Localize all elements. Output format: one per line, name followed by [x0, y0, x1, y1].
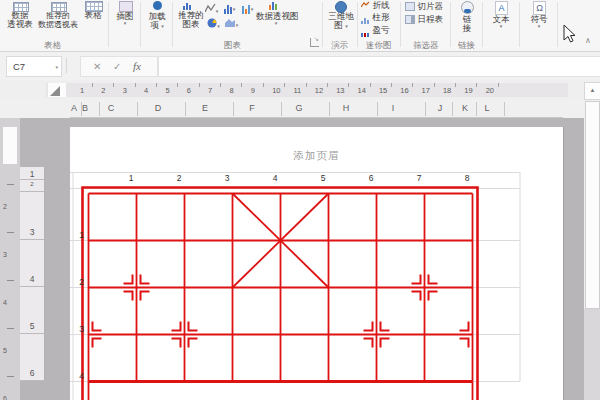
sparkline-line-button[interactable]: 折线 — [361, 0, 389, 12]
hruler-tick — [455, 83, 456, 87]
column-separator — [233, 102, 234, 116]
row-header-1[interactable]: 1 — [20, 169, 44, 179]
hruler-number: 3 — [123, 86, 127, 95]
slicer-icon — [405, 2, 415, 11]
collapse-ribbon-icon[interactable]: ∧ — [585, 36, 591, 45]
board-column-label: 8 — [465, 173, 470, 183]
column-chart-icon — [224, 3, 233, 13]
table-icon — [85, 1, 103, 12]
scrollbar-track[interactable] — [584, 309, 600, 400]
select-all-triangle-icon[interactable] — [50, 86, 60, 96]
column-header-J[interactable]: J — [438, 103, 443, 113]
column-header-C[interactable]: C — [108, 103, 115, 113]
symbols-button[interactable]: Ω 符号 ▾ — [526, 15, 552, 29]
board-column-label: 7 — [417, 173, 422, 183]
group-separator — [172, 2, 173, 47]
vruler-number: 6 — [3, 395, 7, 400]
addins-button[interactable]: 加载 项 ▾ — [144, 12, 170, 31]
row-header-6[interactable]: 6 — [20, 368, 44, 378]
vruler-tick — [7, 376, 14, 377]
vruler-margin-box — [3, 127, 17, 164]
hruler-tick — [476, 83, 477, 87]
insert-column-chart-button[interactable]: ▾ — [221, 4, 238, 14]
table-button[interactable]: 表格 — [80, 11, 106, 20]
group-label-sparklines: 迷你图 — [366, 40, 392, 52]
slicer-button[interactable]: 切片器 — [405, 1, 443, 13]
column-separator — [99, 102, 100, 116]
column-header-L[interactable]: L — [484, 103, 489, 113]
scrollbar-thumb[interactable] — [585, 101, 600, 309]
row-header-5[interactable]: 5 — [20, 321, 44, 331]
column-header-E[interactable]: E — [202, 103, 208, 113]
group-label-links: 链接 — [458, 40, 475, 52]
vruler-number: 3 — [3, 251, 7, 258]
hruler-number: 13 — [336, 86, 344, 95]
cancel-icon[interactable]: ✕ — [93, 57, 101, 76]
pivottable-button[interactable]: 数据 透视表 — [2, 11, 38, 29]
board-column-label: 1 — [129, 173, 134, 183]
hruler-number: 18 — [443, 86, 451, 95]
vertical-scrollbar[interactable]: ▲ — [584, 80, 600, 400]
sparkline-column-button[interactable]: 柱形 — [361, 12, 389, 24]
insert-pie-chart-button[interactable]: ▾ — [205, 18, 222, 31]
group-label-tours: 演示 — [331, 40, 348, 52]
header-bottom-border — [70, 117, 563, 118]
name-box-dropdown-icon[interactable]: ▾ — [55, 58, 58, 77]
column-header-G[interactable]: G — [295, 103, 302, 113]
scroll-up-arrow-icon[interactable]: ▲ — [584, 82, 600, 100]
group-separator — [140, 2, 141, 47]
column-header-B[interactable]: B — [82, 103, 88, 113]
insert-line-chart-button[interactable]: ▾ — [203, 4, 220, 16]
excel-window: 数据 透视表 推荐的 数据透视表 表格 表格 插图 ▾ 加载 项 ▾ 推荐的 — [0, 0, 600, 400]
column-headers[interactable]: ABCDEFGHIJKL — [0, 99, 600, 118]
column-header-I[interactable]: I — [392, 103, 395, 113]
row-header-3[interactable]: 3 — [20, 227, 44, 237]
hruler-tick — [498, 83, 499, 87]
pivotchart-button[interactable]: 数据透视图 ▾ — [256, 12, 296, 26]
timeline-button[interactable]: 日程表 — [405, 14, 443, 26]
group-label-filters: 筛选器 — [413, 40, 439, 52]
row-header-4[interactable]: 4 — [20, 274, 44, 284]
hruler-tick — [412, 83, 413, 87]
hruler-number: 5 — [165, 86, 169, 95]
row-headers[interactable]: 123456 — [20, 118, 45, 400]
recommended-pivottables-button[interactable]: 推荐的 数据透视表 — [36, 11, 80, 29]
hruler-number: 1 — [80, 86, 84, 95]
enter-icon[interactable]: ✓ — [113, 57, 121, 76]
column-separator — [377, 102, 378, 116]
area-chart-icon — [225, 18, 236, 27]
3d-map-button[interactable]: 三维地 图 ▾ — [326, 12, 356, 31]
column-header-D[interactable]: D — [155, 103, 162, 113]
hruler-tick — [220, 83, 221, 87]
sparkline-winloss-button[interactable]: 盈亏 — [361, 25, 389, 37]
row-header-2[interactable]: 2 — [20, 181, 44, 187]
link-button[interactable]: 链 接 — [455, 15, 479, 33]
hruler-number: 15 — [379, 86, 387, 95]
hruler-tick — [156, 83, 157, 87]
text-button[interactable]: A 文本 ▾ — [488, 15, 514, 29]
page-header-placeholder[interactable]: 添加页眉 — [70, 149, 563, 163]
recommended-charts-button[interactable]: 推荐的 图表 — [176, 11, 206, 29]
page-layout-canvas: 添加页眉 23456 123456 123456781234 — [0, 118, 600, 400]
insert-combo-chart-button[interactable]: ▾ — [239, 4, 256, 14]
column-header-F[interactable]: F — [249, 103, 255, 113]
formula-input[interactable] — [158, 56, 600, 77]
board-column-label: 4 — [273, 173, 278, 183]
column-header-K[interactable]: K — [462, 103, 468, 113]
name-box[interactable]: C7 ▾ — [6, 56, 62, 77]
charts-dialog-launcher-icon[interactable]: ↘ — [310, 38, 319, 47]
insert-function-icon[interactable]: fx — [133, 57, 141, 76]
worksheet-page[interactable]: 添加页眉 — [70, 127, 563, 400]
illustrations-button[interactable]: 插图 ▾ — [112, 12, 138, 26]
group-separator — [400, 2, 401, 47]
hruler-number: 11 — [294, 86, 302, 95]
insert-area-chart-button[interactable]: ▾ — [223, 18, 240, 30]
column-separator — [504, 102, 505, 116]
column-header-H[interactable]: H — [343, 103, 350, 113]
column-header-A[interactable]: A — [71, 103, 77, 113]
hruler-tick — [284, 83, 285, 87]
board-column-label: 2 — [177, 173, 182, 183]
hruler-tick — [348, 83, 349, 87]
board-row-label: 3 — [79, 324, 84, 334]
pie-chart-icon — [207, 18, 217, 28]
